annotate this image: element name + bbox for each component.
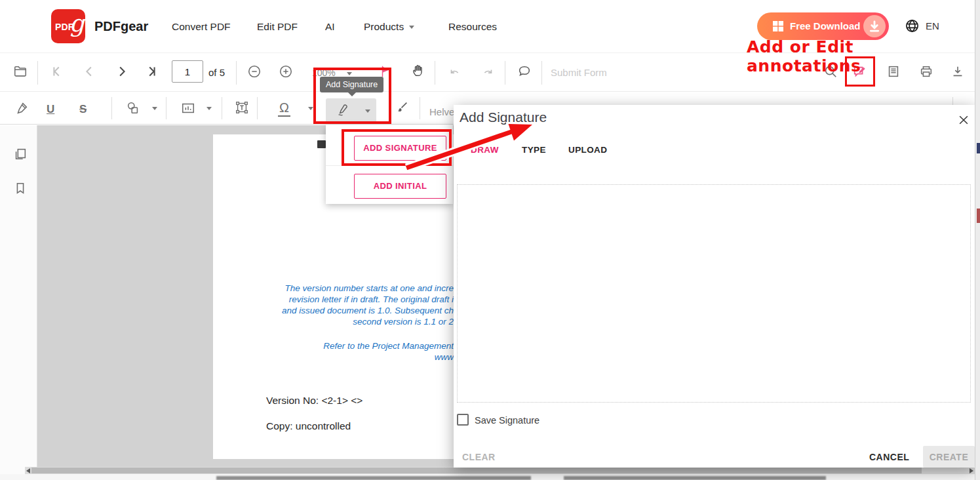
first-page-icon[interactable] [50, 64, 64, 79]
zoom-caret-icon[interactable] [347, 72, 352, 75]
strikethrough-icon[interactable]: S [79, 103, 87, 116]
divider [326, 165, 453, 166]
stamp-icon[interactable]: Ω [278, 100, 290, 117]
windows-icon [773, 21, 783, 31]
nav-ai[interactable]: AI [325, 21, 335, 33]
document-paragraph: The version number starts at one and inc… [223, 283, 454, 327]
free-download-button[interactable]: Free Download [757, 12, 889, 40]
underline-icon[interactable]: U [47, 103, 54, 116]
document-line: The version number starts at one and inc… [223, 283, 454, 294]
document-line: second version is 1.1 or 2 [223, 316, 454, 327]
image-caret-icon[interactable] [206, 107, 212, 110]
document-paragraph: Refer to the Project Management www [223, 340, 454, 363]
pdfgear-app: PDF g PDFgear Convert PDF Edit PDF AI Pr… [0, 0, 980, 480]
zoom-out-icon[interactable] [247, 64, 262, 79]
tab-type[interactable]: TYPE [522, 145, 546, 155]
clear-button[interactable]: CLEAR [462, 452, 496, 462]
download-circle-icon[interactable] [863, 15, 886, 37]
bookmarks-icon[interactable] [13, 181, 28, 195]
nav-products[interactable]: Products [364, 21, 414, 33]
signature-pen-icon [336, 103, 350, 117]
create-button[interactable]: CREATE [923, 446, 975, 468]
scroll-mark [977, 209, 980, 223]
document-line: revision letter if in draft. The origina… [223, 294, 454, 305]
comment-icon[interactable] [517, 64, 532, 79]
globe-icon[interactable] [905, 18, 920, 33]
chevron-down-icon [409, 26, 414, 29]
shapes-caret-icon[interactable] [152, 107, 157, 110]
font-family-select[interactable]: Helve [429, 106, 454, 117]
scroll-left-arrow[interactable] [26, 468, 30, 473]
stamp-caret-icon[interactable] [308, 107, 313, 110]
divider [166, 97, 167, 119]
vertical-scrollbar[interactable] [975, 0, 980, 480]
add-initial-menu-item[interactable]: ADD INITIAL [354, 174, 446, 199]
blurred-text-fragment [216, 476, 531, 480]
scroll-mark [977, 143, 980, 153]
zoom-in-icon[interactable] [279, 64, 293, 79]
close-icon[interactable] [957, 113, 970, 127]
page-thumbnails-icon[interactable] [13, 147, 28, 161]
dialog-title: Add Signature [460, 110, 547, 125]
signature-draw-canvas[interactable] [457, 184, 971, 403]
textbox-icon[interactable] [235, 100, 249, 115]
next-page-icon[interactable] [114, 64, 128, 79]
page-count-label: of 5 [208, 67, 225, 78]
scroll-right-arrow[interactable] [970, 468, 973, 473]
brush-icon[interactable] [395, 100, 409, 115]
blurred-text-fragment [564, 476, 826, 480]
divider [37, 61, 38, 85]
previous-page-icon[interactable] [83, 64, 97, 79]
document-line: and issued document is 1.0. Subsequent c… [223, 305, 454, 316]
add-signature-menu-item[interactable]: ADD SIGNATURE [354, 136, 446, 161]
free-download-label: Free Download [790, 20, 861, 31]
save-signature-checkbox[interactable] [457, 414, 469, 426]
add-signature-tooltip: Add Signature [320, 77, 383, 92]
highlighter-icon[interactable] [14, 101, 29, 115]
cutoff-text-fragment [317, 140, 326, 148]
shapes-icon[interactable] [126, 101, 140, 115]
nav-convert-pdf[interactable]: Convert PDF [172, 21, 231, 33]
hand-tool-icon[interactable] [411, 64, 425, 78]
divider [111, 97, 112, 119]
page-number-input[interactable] [172, 60, 203, 83]
divider [236, 61, 237, 85]
nav-resources[interactable]: Resources [448, 21, 497, 33]
image-icon[interactable] [181, 101, 195, 115]
save-signature-label: Save Signature [475, 415, 539, 426]
language-selector[interactable]: EN [926, 20, 939, 31]
horizontal-scrollbar[interactable] [25, 467, 975, 474]
left-sidebar [0, 125, 37, 480]
signature-caret-icon [365, 110, 370, 113]
nav-edit-pdf[interactable]: Edit PDF [257, 21, 298, 33]
signature-dropdown-menu: ADD SIGNATURE ADD INITIAL [326, 125, 453, 204]
add-signature-dialog: Add Signature DRAW TYPE UPLOAD Save Sign… [454, 105, 975, 468]
document-line: www [223, 351, 454, 363]
version-number-text: Version No: <2-1> <> [266, 395, 363, 407]
nav-products-label: Products [364, 21, 404, 32]
divider [435, 61, 435, 85]
redo-icon[interactable] [480, 66, 495, 81]
brand-name[interactable]: PDFgear [94, 19, 148, 34]
copy-status-text: Copy: uncontrolled [266, 420, 351, 432]
cancel-button[interactable]: CANCEL [869, 452, 909, 462]
tab-draw[interactable]: DRAW [471, 145, 499, 155]
pdfgear-logo[interactable]: PDF g [51, 9, 85, 43]
divider [541, 61, 542, 85]
submit-form-button[interactable]: Submit Form [551, 67, 607, 78]
tab-upload[interactable]: UPLOAD [568, 145, 607, 155]
cutoff-page-bottom [0, 474, 980, 480]
divider [222, 97, 222, 119]
undo-icon[interactable] [448, 66, 462, 81]
horizontal-scrollbar-thumb[interactable] [31, 468, 922, 473]
divider [420, 97, 420, 119]
logo-g-text: g [69, 10, 85, 37]
last-page-icon[interactable] [144, 64, 159, 79]
divider [257, 97, 258, 119]
divider [505, 61, 505, 85]
document-line: Refer to the Project Management [223, 340, 454, 351]
signature-tool-button[interactable] [326, 98, 376, 123]
open-file-icon[interactable] [13, 64, 28, 79]
annotation-headline: Add or Edit annotations [747, 37, 963, 75]
